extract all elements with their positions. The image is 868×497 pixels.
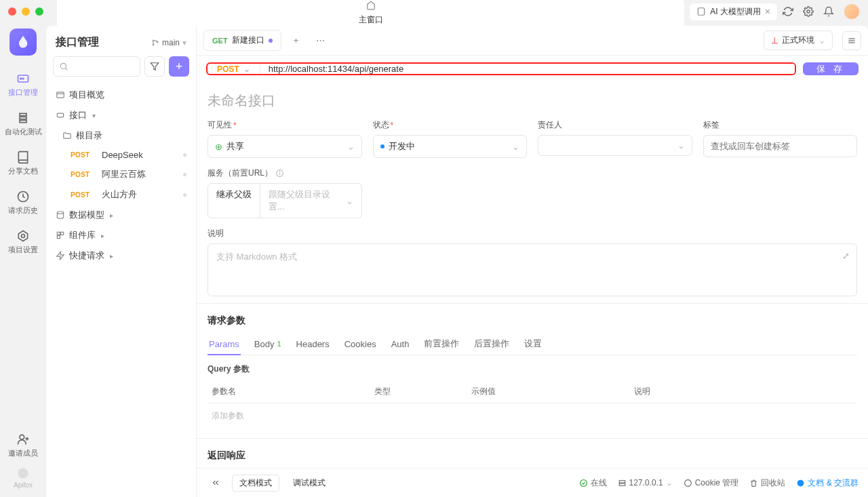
tree-quick-request[interactable]: 快捷请求 ▸ [50, 245, 192, 266]
svg-point-31 [279, 172, 280, 172]
url-input[interactable] [260, 64, 795, 74]
url-row: POST ⌄ 保 存 [197, 56, 868, 82]
tab-body[interactable]: Body1 [253, 334, 283, 355]
cookie-manager[interactable]: Cookie 管理 [684, 477, 739, 489]
api-icon [16, 72, 30, 85]
visibility-select[interactable]: ⊕ 共享 ⌄ [208, 135, 362, 158]
gear-icon[interactable] [803, 6, 814, 17]
new-tab-button[interactable]: + [287, 31, 306, 50]
service-select[interactable]: 跟随父级目录设置... ⌄ [260, 183, 362, 218]
param-table: 参数名 类型 示例值 说明 添加参数 [208, 380, 857, 429]
trash-button[interactable]: 回收站 [749, 477, 785, 489]
docs-link[interactable]: 文档 & 交流群 [796, 477, 859, 489]
traffic-lights [8, 7, 43, 16]
sidebar-item-api[interactable]: 接口管理 [0, 66, 46, 103]
svg-marker-17 [151, 63, 159, 71]
tree: 项目概览 接口 ▾ 根目录 POST DeepSeek POST 阿里云百炼 [46, 83, 196, 497]
tree-overview[interactable]: 项目概览 [50, 85, 192, 105]
tab-auth[interactable]: Auth [390, 334, 411, 355]
check-icon [579, 479, 588, 488]
tree-endpoint[interactable]: POST 阿里云百炼 [50, 164, 192, 184]
sidebar-item-settings[interactable]: 项目设置 [0, 224, 46, 260]
svg-rect-24 [57, 236, 60, 239]
svg-point-10 [22, 235, 25, 238]
tree-components[interactable]: 组件库 ▸ [50, 225, 192, 245]
svg-rect-33 [619, 480, 625, 482]
tab-params[interactable]: Params [208, 334, 241, 355]
env-icon: ⊥ [771, 36, 778, 45]
svg-rect-20 [57, 113, 63, 117]
tab-headers[interactable]: Headers [295, 334, 331, 355]
tree-endpoint[interactable]: POST DeepSeek [50, 146, 192, 164]
status-dot-icon [380, 144, 384, 148]
request-tab[interactable]: GET 新建接口 [203, 30, 281, 51]
tree-data-model[interactable]: 数据模型 ▸ [50, 205, 192, 225]
ai-tab[interactable]: AI 大模型调用 × [690, 3, 777, 20]
owner-select[interactable]: ⌄ [538, 135, 692, 156]
svg-point-35 [684, 479, 691, 486]
close-tab-icon[interactable]: × [765, 6, 770, 17]
description-textarea[interactable]: 支持 Markdown 格式 ⤢ [208, 243, 857, 296]
trash-icon [749, 479, 758, 488]
tree-endpoint[interactable]: POST 火山方舟 [50, 184, 192, 205]
sidebar: 接口管理 自动化测试 分享文档 请求历史 项目设置 邀请成员 Apifox [0, 23, 46, 497]
chevron-right-icon: ▸ [110, 252, 113, 260]
collapse-button[interactable] [206, 473, 225, 492]
info-icon[interactable] [275, 169, 284, 178]
sidebar-item-history[interactable]: 请求历史 [0, 184, 46, 221]
avatar[interactable] [844, 3, 860, 20]
search-input[interactable] [53, 56, 140, 77]
chevron-right-icon: ▸ [101, 232, 104, 239]
maximize-window[interactable] [35, 7, 43, 16]
tab-pre[interactable]: 前置操作 [422, 334, 460, 355]
close-window[interactable] [8, 7, 16, 16]
components-icon [56, 231, 65, 240]
tags-input[interactable] [703, 135, 858, 157]
svg-point-21 [57, 212, 63, 214]
tree-root[interactable]: 根目录 [50, 125, 192, 146]
status-dot [183, 173, 186, 176]
debug-mode-button[interactable]: 调试模式 [286, 475, 332, 491]
tree-api[interactable]: 接口 ▾ [50, 105, 192, 125]
main-window-tab[interactable]: 主窗口 [57, 0, 684, 28]
panel-title: 接口管理 [56, 35, 99, 49]
home-icon [366, 1, 376, 10]
add-button[interactable]: + [169, 56, 189, 77]
doc-mode-button[interactable]: 文档模式 [232, 475, 279, 492]
svg-rect-7 [20, 120, 26, 122]
request-tabbar: GET 新建接口 + ⋯ ⊥ 正式环境 ⌄ [197, 26, 868, 56]
env-selector[interactable]: ⊥ 正式环境 ⌄ [764, 31, 833, 50]
status-dot [183, 153, 186, 157]
save-button[interactable]: 保 存 [803, 62, 859, 75]
sidebar-item-invite[interactable]: 邀请成员 [0, 427, 46, 464]
tab-settings[interactable]: 设置 [523, 334, 543, 355]
filter-button[interactable] [144, 56, 165, 77]
footer: 文档模式 调试模式 在线 127.0.0.1 ⌄ Cookie 管理 [197, 468, 868, 497]
more-tabs-button[interactable]: ⋯ [311, 31, 330, 50]
nut-icon [16, 229, 30, 243]
cookie-icon [684, 479, 692, 488]
sidebar-item-test[interactable]: 自动化测试 [0, 106, 46, 142]
host-selector[interactable]: 127.0.0.1 ⌄ [618, 478, 673, 488]
expand-icon[interactable]: ⤢ [842, 251, 850, 261]
app-logo[interactable] [9, 28, 37, 56]
api-name-input[interactable]: 未命名接口 [208, 87, 857, 119]
method-selector[interactable]: POST ⌄ [208, 64, 260, 74]
main-content: GET 新建接口 + ⋯ ⊥ 正式环境 ⌄ POST ⌄ [197, 26, 868, 497]
online-status: 在线 [579, 477, 607, 489]
branch-selector[interactable]: main ▾ [151, 38, 186, 47]
minimize-window[interactable] [22, 7, 30, 16]
titlebar: 主窗口 AI 大模型调用 × [0, 0, 868, 23]
add-param-row[interactable]: 添加参数 [208, 403, 857, 429]
bell-icon[interactable] [823, 6, 834, 17]
status-select[interactable]: 开发中 ⌄ [373, 135, 528, 158]
tab-cookies[interactable]: Cookies [343, 334, 378, 355]
lightning-icon [56, 251, 65, 260]
test-icon [16, 111, 30, 125]
collapse-icon [211, 478, 220, 488]
svg-rect-6 [20, 117, 26, 119]
sync-icon[interactable] [783, 6, 793, 17]
sidebar-item-docs[interactable]: 分享文档 [0, 145, 46, 182]
layout-button[interactable] [842, 31, 861, 50]
tab-post[interactable]: 后置操作 [473, 334, 511, 355]
